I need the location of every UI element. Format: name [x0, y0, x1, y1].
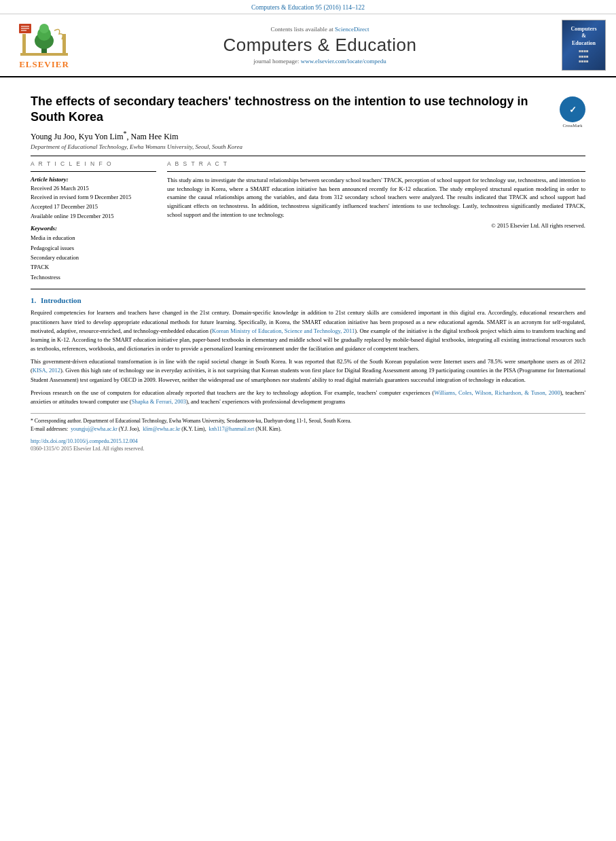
svg-rect-7: [20, 53, 68, 56]
keyword-1: Media in education: [31, 233, 156, 243]
journal-cover-container: Computers & Education ■■■■ ■■■■ ■■■■: [558, 20, 609, 71]
name3: (N.H. Kim).: [255, 426, 281, 432]
citation-bar: Computers & Education 95 (2016) 114–122: [0, 0, 616, 14]
citation-text: Computers & Education 95 (2016) 114–122: [251, 4, 365, 11]
doi-line: http://dx.doi.org/10.1016/j.compedu.2015…: [31, 438, 585, 444]
abstract-divider: [167, 171, 585, 172]
article-history-label: Article history:: [31, 176, 156, 183]
introduction-section: 1. Introduction Required competencies fo…: [31, 296, 585, 406]
copyright-line: © 2015 Elsevier Ltd. All rights reserved…: [167, 222, 585, 229]
shapka-link[interactable]: Shapka & Ferrari, 2003: [132, 398, 186, 405]
keyword-2: Pedagogical issues: [31, 243, 156, 253]
article-info-header: A R T I C L E I N F O: [31, 160, 156, 167]
sciencedirect-link[interactable]: ScienceDirect: [335, 26, 369, 33]
keyword-5: Technostress: [31, 272, 156, 282]
keyword-4: TPACK: [31, 262, 156, 272]
journal-title-area: Contents lists available at ScienceDirec…: [88, 20, 551, 71]
abstract-column: A B S T R A C T This study aims to inves…: [167, 160, 585, 283]
paper-title: The effects of secondary teachers' techn…: [31, 94, 585, 126]
svg-point-4: [39, 24, 49, 33]
authors-line: Young Ju Joo, Kyu Yon Lim*, Nam Hee Kim: [31, 130, 585, 142]
intro-title-text: Introduction: [41, 296, 81, 304]
svg-rect-9: [21, 26, 29, 27]
journal-homepage-line: journal homepage: www.elsevier.com/locat…: [253, 58, 386, 65]
abstract-text: This study aims to investigate the struc…: [167, 176, 585, 219]
available-date: Available online 19 December 2015: [31, 212, 156, 221]
journal-cover-image: Computers & Education ■■■■ ■■■■ ■■■■: [562, 20, 606, 71]
email1-link[interactable]: youngjuj@ewha.ac.kr: [71, 426, 117, 432]
keywords-label: Keywords:: [31, 225, 156, 232]
received-date: Received 26 March 2015: [31, 184, 156, 194]
article-info-column: A R T I C L E I N F O Article history: R…: [31, 160, 156, 283]
revised-date: Received in revised form 9 December 2015: [31, 193, 156, 202]
name1: (Y.J. Joo),: [119, 426, 140, 432]
williams-link[interactable]: Williams, Coles, Wilson, Richardson, & T…: [434, 389, 560, 396]
kmest-link[interactable]: Korean Ministry of Education, Science an…: [212, 327, 355, 334]
kisa-link[interactable]: KISA, 2012: [33, 367, 60, 374]
intro-title: 1. Introduction: [31, 296, 585, 304]
svg-rect-10: [21, 28, 29, 29]
svg-rect-11: [21, 30, 26, 31]
header-divider: [31, 156, 585, 156]
keyword-3: Secondary education: [31, 253, 156, 262]
abstract-header: A B S T R A C T: [167, 160, 585, 167]
article-history-dates: Received 26 March 2015 Received in revis…: [31, 184, 156, 221]
intro-para3: Previous research on the use of computer…: [31, 389, 585, 406]
paper-body: ✓ CrossMark The effects of secondary tea…: [0, 77, 616, 452]
journal-header: ELSEVIER Contents lists available at Sci…: [0, 14, 616, 77]
doi-link[interactable]: http://dx.doi.org/10.1016/j.compedu.2015…: [31, 438, 138, 444]
crossmark-icon: ✓: [560, 96, 585, 122]
elsevier-logo-container: ELSEVIER: [7, 20, 81, 71]
license-line: 0360-1315/© 2015 Elsevier Ltd. All right…: [31, 446, 585, 452]
email-label: E-mail addresses:: [31, 426, 68, 432]
name2: (K.Y. Lim),: [181, 426, 206, 432]
keywords-list: Media in education Pedagogical issues Se…: [31, 233, 156, 282]
article-info-abstract: A R T I C L E I N F O Article history: R…: [31, 160, 585, 283]
corresponding-mark: *: [124, 130, 127, 137]
crossmark-label: CrossMark: [560, 123, 585, 128]
intro-number: 1.: [31, 296, 36, 304]
accepted-date: Accepted 17 December 2015: [31, 202, 156, 212]
intro-para1: Required competencies for learners and t…: [31, 308, 585, 353]
elsevier-logo: ELSEVIER: [17, 20, 71, 70]
journal-homepage-link[interactable]: www.elsevier.com/locate/compedu: [301, 58, 386, 65]
footnote-section: * Corresponding author. Department of Ed…: [31, 413, 585, 433]
email3-link[interactable]: knh117@hanmail.net: [209, 426, 255, 432]
author-names: Young Ju Joo, Kyu Yon Lim*, Nam Hee Kim: [31, 132, 178, 141]
sciencedirect-line: Contents lists available at ScienceDirec…: [271, 26, 369, 33]
journal-title: Computers & Education: [223, 35, 416, 56]
elsevier-tree-icon: [17, 20, 71, 58]
email2-link[interactable]: klim@ewha.ac.kr: [143, 426, 180, 432]
article-info-divider: [31, 171, 156, 172]
affiliation-line: Department of Educational Technology, Ew…: [31, 143, 585, 150]
svg-text:✓: ✓: [569, 105, 577, 115]
intro-divider: [31, 289, 585, 289]
corresponding-author-note: * Corresponding author. Department of Ed…: [31, 417, 585, 425]
star-note: * Corresponding author. Department of Ed…: [31, 418, 351, 424]
intro-para2: This government-driven educational trans…: [31, 357, 585, 384]
crossmark-badge: ✓ CrossMark: [560, 96, 585, 128]
svg-rect-5: [22, 34, 26, 54]
elsevier-wordmark: ELSEVIER: [19, 59, 69, 70]
title-area: ✓ CrossMark The effects of secondary tea…: [31, 94, 585, 126]
email-addresses-line: E-mail addresses: youngjuj@ewha.ac.kr (Y…: [31, 425, 585, 433]
